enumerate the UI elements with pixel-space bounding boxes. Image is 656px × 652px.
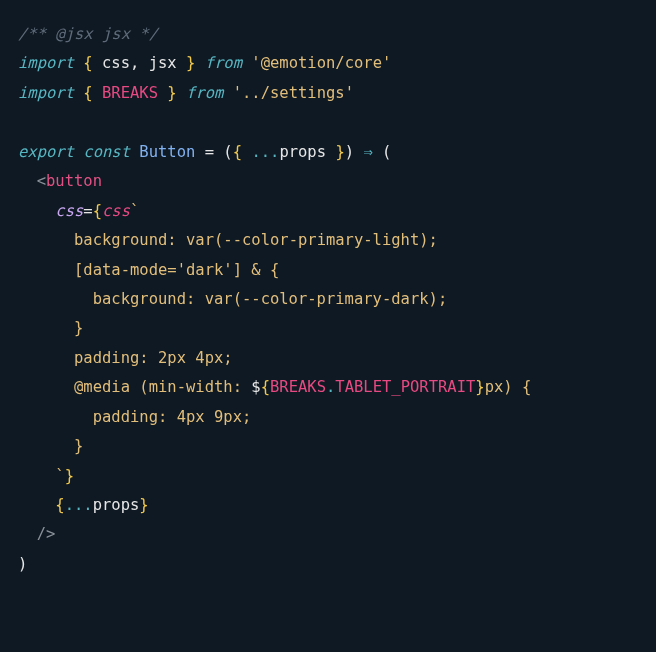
media-query: @media (min-width:	[74, 378, 251, 396]
code-line: @media (min-width: ${BREAKS.TABLET_PORTR…	[18, 373, 638, 402]
code-line: `}	[18, 462, 638, 491]
code-line: import { BREAKS } from '../settings'	[18, 79, 638, 108]
string-literal: '@emotion/core'	[251, 54, 391, 72]
css-rule: padding: 2px 4px;	[74, 349, 233, 367]
css-rule: background: var(--color-primary-light);	[74, 231, 438, 249]
keyword-import: import	[18, 84, 74, 102]
jsx-tag: button	[46, 172, 102, 190]
keyword-export: export	[18, 143, 74, 161]
jsx-close: />	[37, 525, 56, 543]
keyword-import: import	[18, 54, 74, 72]
code-line: <button	[18, 167, 638, 196]
jsx-attr: css	[55, 202, 83, 220]
code-line: [data-mode='dark'] & {	[18, 256, 638, 285]
constant: BREAKS	[270, 378, 326, 396]
css-rule: background: var(--color-primary-dark);	[93, 290, 448, 308]
code-line: {...props}	[18, 491, 638, 520]
blank-line	[18, 108, 638, 137]
code-line: import { css, jsx } from '@emotion/core'	[18, 49, 638, 78]
function-name: Button	[139, 143, 195, 161]
code-line: />	[18, 520, 638, 549]
keyword-from: from	[205, 54, 242, 72]
css-selector: [data-mode='dark'] & {	[74, 261, 279, 279]
arrow-operator: ⇒	[354, 143, 382, 161]
code-line: padding: 4px 9px;	[18, 403, 638, 432]
css-tag: css	[102, 202, 130, 220]
code-block: /** @jsx jsx */ import { css, jsx } from…	[18, 20, 638, 579]
code-line: css={css`	[18, 197, 638, 226]
css-rule: padding: 4px 9px;	[93, 408, 252, 426]
code-line: background: var(--color-primary-light);	[18, 226, 638, 255]
code-line: }	[18, 432, 638, 461]
constant: BREAKS	[102, 84, 158, 102]
string-literal: '../settings'	[233, 84, 354, 102]
code-line: background: var(--color-primary-dark);	[18, 285, 638, 314]
code-line: padding: 2px 4px;	[18, 344, 638, 373]
constant: TABLET_PORTRAIT	[335, 378, 475, 396]
keyword-const: const	[83, 143, 130, 161]
code-line: )	[18, 550, 638, 579]
keyword-from: from	[186, 84, 223, 102]
code-line: /** @jsx jsx */	[18, 20, 638, 49]
comment: /** @jsx jsx */	[18, 25, 158, 43]
code-line: }	[18, 314, 638, 343]
code-line: export const Button = ({ ...props }) ⇒ (	[18, 138, 638, 167]
